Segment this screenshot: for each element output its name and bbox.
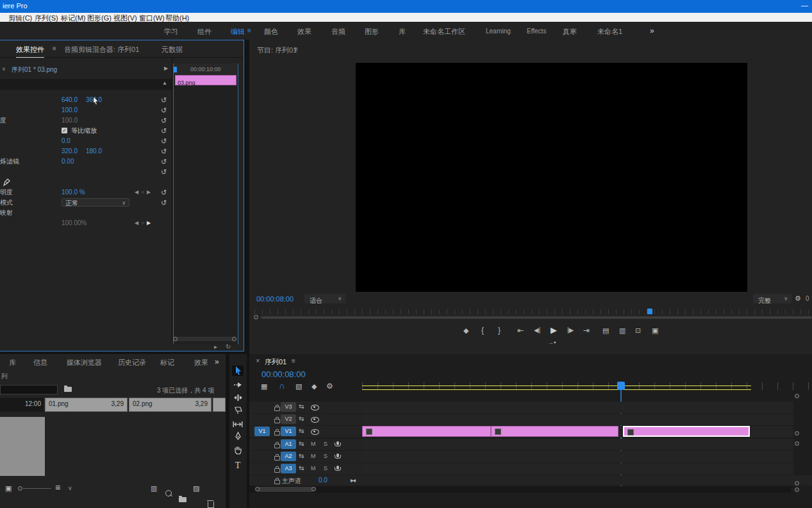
- list-view-icon[interactable]: ≡: [55, 482, 60, 493]
- new-bin-icon[interactable]: [179, 497, 186, 502]
- track-target-v2[interactable]: V2: [281, 414, 296, 424]
- workspace-tab-graphics[interactable]: 图形: [365, 27, 379, 37]
- scale-value[interactable]: 100.0: [62, 105, 78, 115]
- program-monitor-menu-icon[interactable]: ≡: [294, 46, 298, 53]
- audio-scroll-top-handle[interactable]: [795, 441, 799, 446]
- solo-button[interactable]: S: [324, 453, 327, 459]
- kf-add-icon[interactable]: ○: [141, 189, 147, 195]
- workspace-tab-unnamed-workspace[interactable]: 未命名工作区: [423, 27, 465, 37]
- export-frame-icon[interactable]: ⊡: [635, 326, 641, 335]
- track-lock-icon[interactable]: [274, 407, 280, 411]
- play-audio-only-icon[interactable]: ▸: [214, 343, 217, 350]
- extract-icon[interactable]: ▥: [619, 326, 626, 335]
- clip-collapse-chevron-icon[interactable]: ∨: [2, 66, 6, 72]
- timeline-menu-icon[interactable]: ≡: [292, 357, 295, 364]
- hscroll-left-handle[interactable]: [255, 487, 260, 491]
- rotation-value[interactable]: 0.0: [62, 136, 70, 146]
- timeline-settings-icon[interactable]: ⚙: [326, 382, 333, 391]
- tab-program-monitor[interactable]: 节目: 序列01: [257, 46, 297, 55]
- effect-column-divider[interactable]: [172, 57, 172, 344]
- mark-out-icon[interactable]: }: [498, 326, 501, 335]
- kf-add-icon[interactable]: ○: [141, 220, 147, 226]
- fit-sequence-icon[interactable]: ▸◂: [351, 477, 354, 484]
- anchor-y-value[interactable]: 180.0: [86, 146, 102, 157]
- anchor-x-value[interactable]: 320.0: [62, 146, 78, 157]
- program-scrubber-track[interactable]: [261, 316, 812, 319]
- minimize-button[interactable]: —: [801, 1, 808, 9]
- insert-icon[interactable]: →▪: [547, 339, 556, 346]
- track-target-a3[interactable]: A3: [281, 464, 296, 473]
- tab-markers[interactable]: 标记: [160, 358, 174, 368]
- timeline-clip-2[interactable]: [491, 426, 618, 437]
- filter-bin-icon[interactable]: [64, 387, 72, 392]
- hand-tool[interactable]: [232, 446, 244, 456]
- project-search-input[interactable]: [0, 385, 58, 394]
- track-target-a1[interactable]: A1: [281, 439, 296, 449]
- workspace-tab-libraries[interactable]: 库: [399, 27, 406, 37]
- workspace-tab-effects-en[interactable]: Effects: [527, 28, 546, 35]
- linked-selection-icon[interactable]: ▧: [295, 382, 302, 391]
- track-lock-icon[interactable]: [274, 480, 280, 484]
- snap-icon[interactable]: ∩: [279, 381, 285, 391]
- effect-header-play-icon[interactable]: ▶: [164, 65, 168, 71]
- clip-item-01[interactable]: 01.png 3,29: [45, 398, 128, 412]
- clip-row-offscreen[interactable]: 12:00: [0, 398, 44, 412]
- reset-icon[interactable]: ↺: [161, 146, 167, 157]
- tab-effects-clipped[interactable]: 效果: [194, 358, 208, 368]
- razor-tool[interactable]: [232, 405, 244, 416]
- timeline-close-icon[interactable]: ×: [256, 357, 260, 364]
- timeline-timecode[interactable]: 00:00:08:00: [261, 369, 306, 379]
- reset-icon[interactable]: ↺: [161, 167, 167, 177]
- comparison-view-icon[interactable]: ▣: [652, 326, 658, 335]
- tab-effect-controls-menu-icon[interactable]: ≡: [53, 45, 56, 52]
- position-x-value[interactable]: 640.0: [62, 95, 78, 105]
- solo-button[interactable]: S: [324, 441, 327, 447]
- clip-thumbnail[interactable]: [0, 417, 45, 476]
- ripple-edit-tool[interactable]: [232, 393, 244, 403]
- reset-icon[interactable]: ↺: [161, 115, 167, 126]
- tab-info[interactable]: 信息: [33, 358, 47, 368]
- sync-lock-icon[interactable]: ⇆: [299, 440, 304, 447]
- reset-icon[interactable]: ↺: [161, 136, 167, 146]
- reset-icon[interactable]: ↺: [161, 126, 167, 136]
- clip-item-02[interactable]: 02.png 3,29: [129, 398, 211, 412]
- tab-media-browser[interactable]: 媒体浏览器: [67, 358, 102, 368]
- corner-scroll-handle[interactable]: [795, 487, 799, 492]
- zoombar-left-handle[interactable]: [173, 337, 178, 341]
- sync-lock-icon[interactable]: ⇆: [299, 464, 304, 471]
- program-timecode[interactable]: 00:00:08:00: [256, 295, 294, 303]
- mute-button[interactable]: M: [311, 453, 316, 459]
- speed-value[interactable]: 100.00%: [62, 218, 87, 228]
- workspace-tab-learning[interactable]: Learning: [486, 28, 511, 35]
- reset-icon[interactable]: ↺: [161, 157, 167, 167]
- opacity-value[interactable]: 100.0 %: [62, 187, 85, 198]
- kf-next-icon[interactable]: ▶: [147, 189, 153, 195]
- lift-icon[interactable]: ▤: [602, 326, 609, 335]
- workspace-tab-edit-menu-icon[interactable]: ≡: [247, 27, 251, 34]
- type-tool[interactable]: T: [232, 459, 244, 470]
- timeline-clip-3-selected[interactable]: [623, 426, 750, 437]
- program-settings-icon[interactable]: ⚙: [795, 294, 801, 303]
- reset-icon[interactable]: ↺: [161, 198, 167, 208]
- reset-icon[interactable]: ↺: [161, 187, 167, 198]
- nest-icon[interactable]: ▦: [261, 382, 267, 391]
- tab-metadata[interactable]: 元数据: [162, 45, 183, 55]
- mini-timeline-playhead[interactable]: [174, 67, 177, 72]
- workspace-tab-learn[interactable]: 学习: [164, 27, 178, 37]
- tab-history[interactable]: 历史记录: [118, 358, 146, 368]
- panel-overflow-chevron-icon[interactable]: »: [215, 357, 219, 366]
- workspace-tab-unnamed1[interactable]: 未命名1: [597, 27, 622, 37]
- track-target-v3[interactable]: V3: [281, 402, 296, 412]
- antiflicker-value[interactable]: 0.00: [62, 157, 74, 167]
- program-scrubber-left-handle[interactable]: [254, 315, 258, 319]
- mini-timeline-ruler[interactable]: 00:00:10:00: [174, 64, 238, 75]
- pen-tool[interactable]: [232, 432, 244, 442]
- video-scroll-top-handle[interactable]: [795, 394, 799, 398]
- go-to-out-icon[interactable]: ⇥: [583, 326, 590, 335]
- tab-audio-clip-mixer[interactable]: 音频剪辑混合器: 序列01: [64, 45, 139, 55]
- step-forward-icon[interactable]: |▶: [567, 326, 574, 334]
- workspace-tab-edit[interactable]: 编辑: [231, 27, 245, 37]
- video-scroll-bottom-handle[interactable]: [795, 431, 799, 436]
- timeline-playhead-marker[interactable]: [617, 382, 625, 390]
- workspace-tab-color[interactable]: 颜色: [264, 27, 278, 37]
